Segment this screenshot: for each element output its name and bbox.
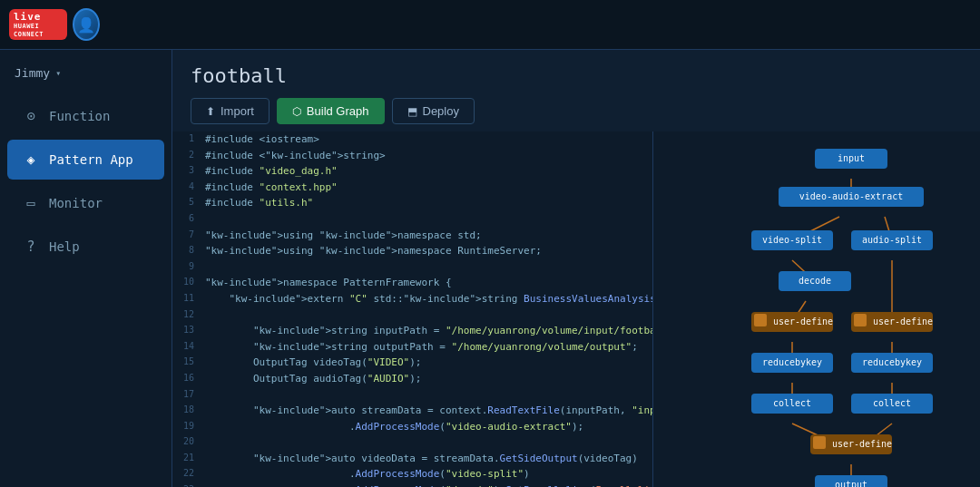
node-user-define-3-label: user-define — [832, 439, 892, 449]
logo-area: live HUAWEI CONNECT 👤 — [9, 8, 100, 41]
line-text: .AddProcessMode("video-split") — [205, 466, 530, 482]
line-text: .AddProcessMode("video-audio-extract"); — [205, 419, 583, 435]
import-button[interactable]: ⬆ Import — [191, 98, 270, 124]
build-graph-icon: ⬡ — [292, 105, 301, 118]
sidebar-user: Jimmy ▾ — [0, 59, 172, 94]
live-text: live — [14, 11, 63, 23]
sidebar-item-help-label: Help — [49, 239, 80, 254]
code-line: 14 "kw-include">string outputPath = "/ho… — [172, 339, 652, 356]
line-number: 6 — [180, 211, 205, 228]
code-line: 12 — [172, 307, 652, 324]
line-text: "kw-include">string outputPath = "/home/… — [205, 339, 638, 356]
deploy-label: Deploy — [423, 104, 459, 118]
graph-svg: input video-audio-extract video-split au… — [662, 141, 971, 487]
import-label: Import — [220, 104, 254, 118]
line-number: 17 — [180, 387, 205, 404]
chevron-down-icon: ▾ — [55, 68, 61, 78]
deploy-icon: ⬒ — [407, 105, 417, 118]
pattern-app-icon: ◈ — [22, 151, 40, 169]
line-text: "kw-include">auto videoData = streamData… — [205, 451, 638, 467]
sidebar-item-pattern-app[interactable]: ◈ Pattern App — [7, 140, 164, 180]
node-user-define-2-label: user-define — [873, 317, 933, 326]
line-number: 5 — [180, 195, 205, 211]
line-text — [205, 259, 211, 276]
line-text: #include "utils.h" — [205, 195, 313, 211]
line-number: 8 — [180, 243, 205, 259]
node-video-audio-extract-label: video-audio-extract — [799, 191, 903, 201]
line-number: 3 — [180, 163, 205, 180]
sidebar-item-pattern-app-label: Pattern App — [49, 152, 133, 167]
code-line: 7"kw-include">using "kw-include">namespa… — [172, 228, 652, 244]
line-text: #include <iostream> — [205, 131, 319, 148]
node-decode-label: decode — [799, 276, 831, 286]
line-number: 11 — [180, 291, 205, 307]
code-line: 3#include "video_dag.h" — [172, 163, 652, 180]
brand-text: HUAWEI CONNECT — [14, 23, 63, 38]
node-video-split-label: video-split — [762, 235, 822, 245]
code-line: 19 .AddProcessMode("video-audio-extract"… — [172, 419, 652, 435]
monitor-icon: ▭ — [22, 194, 40, 212]
content-area: football ⬆ Import ⬡ Build Graph ⬒ Deploy — [172, 50, 980, 487]
sidebar-item-function[interactable]: ⊙ Function — [7, 96, 164, 136]
code-line: 15 OutputTag videoTag("VIDEO"); — [172, 355, 652, 371]
code-line: 21 "kw-include">auto videoData = streamD… — [172, 451, 652, 467]
toolbar: ⬆ Import ⬡ Build Graph ⬒ Deploy — [191, 98, 962, 124]
node-collect-1-label: collect — [773, 398, 811, 408]
line-text — [205, 434, 211, 451]
line-number: 15 — [180, 355, 205, 371]
node-collect-2-label: collect — [873, 398, 911, 408]
page-title: football — [191, 64, 962, 87]
help-icon: ? — [22, 238, 40, 256]
graph-panel: input video-audio-extract video-split au… — [653, 131, 980, 487]
line-text: .AddProcessMode("decode").SetParallelism… — [205, 482, 653, 487]
line-text: #include "video_dag.h" — [205, 163, 338, 180]
code-line: 9 — [172, 259, 652, 276]
code-line: 23 .AddProcessMode("decode").SetParallel… — [172, 482, 652, 487]
line-number: 19 — [180, 419, 205, 435]
code-line: 1#include <iostream> — [172, 131, 652, 148]
code-line: 11 "kw-include">extern "C" std::"kw-incl… — [172, 291, 652, 307]
deploy-button[interactable]: ⬒ Deploy — [392, 98, 475, 124]
line-text: #include <"kw-include">string> — [205, 148, 386, 164]
code-line: 10"kw-include">namespace PatternFramewor… — [172, 275, 652, 291]
line-text: "kw-include">namespace PatternFramework … — [205, 275, 452, 291]
code-line: 4#include "context.hpp" — [172, 180, 652, 196]
code-line: 13 "kw-include">string inputPath = "/hom… — [172, 323, 652, 339]
code-line: 16 OutputTag audioTag("AUDIO"); — [172, 371, 652, 387]
function-icon: ⊙ — [22, 107, 40, 125]
line-text: #include "context.hpp" — [205, 180, 338, 196]
code-line: 6 — [172, 211, 652, 228]
line-number: 10 — [180, 275, 205, 291]
node-input-label: input — [838, 153, 865, 163]
node-user-define-1-icon — [754, 314, 767, 326]
line-number: 2 — [180, 148, 205, 164]
line-text: "kw-include">auto streamData = context.R… — [205, 403, 653, 419]
code-line: 17 — [172, 387, 652, 404]
code-line: 20 — [172, 434, 652, 451]
sidebar-item-function-label: Function — [49, 109, 110, 123]
sidebar-item-monitor-label: Monitor — [49, 196, 103, 210]
sidebar-item-help[interactable]: ? Help — [7, 227, 164, 267]
sidebar-item-monitor[interactable]: ▭ Monitor — [7, 183, 164, 223]
line-text — [205, 387, 211, 404]
line-number: 21 — [180, 451, 205, 467]
line-text — [205, 211, 211, 228]
line-number: 14 — [180, 339, 205, 356]
top-bar: live HUAWEI CONNECT 👤 — [0, 0, 980, 50]
line-text: "kw-include">using "kw-include">namespac… — [205, 228, 482, 244]
line-number: 23 — [180, 482, 205, 487]
line-number: 22 — [180, 466, 205, 482]
line-text: "kw-include">string inputPath = "/home/y… — [205, 323, 653, 339]
code-line: 8"kw-include">using "kw-include">namespa… — [172, 243, 652, 259]
line-text — [205, 307, 211, 324]
workspace: 1#include <iostream>2#include <"kw-inclu… — [172, 131, 980, 487]
line-number: 1 — [180, 131, 205, 148]
code-line: 18 "kw-include">auto streamData = contex… — [172, 403, 652, 419]
import-icon: ⬆ — [206, 105, 215, 118]
code-editor[interactable]: 1#include <iostream>2#include <"kw-inclu… — [172, 131, 653, 487]
node-reducebykey-2-label: reducebykey — [862, 357, 922, 367]
logo-badge: live HUAWEI CONNECT — [9, 9, 67, 40]
build-graph-button[interactable]: ⬡ Build Graph — [277, 98, 385, 124]
user-name: Jimmy — [15, 66, 50, 80]
main-layout: Jimmy ▾ ⊙ Function ◈ Pattern App ▭ Monit… — [0, 50, 980, 487]
